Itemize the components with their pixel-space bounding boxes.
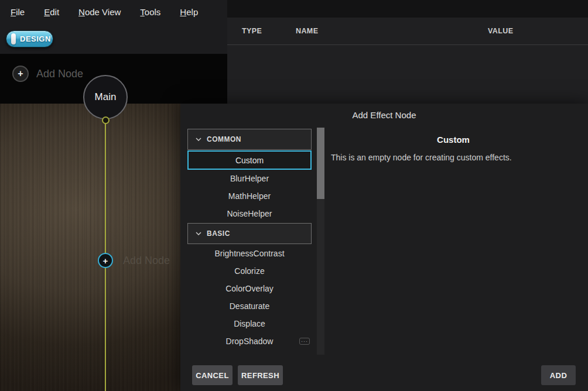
plus-icon: + [98, 253, 113, 268]
main-node[interactable]: Main [83, 75, 128, 119]
effect-item[interactable]: Displace [187, 315, 312, 332]
toolbar: DESIGN [0, 23, 227, 54]
section-header-common[interactable]: COMMON [187, 129, 312, 150]
dialog-title: Add Effect Node [180, 110, 588, 120]
add-node-label: Add Node [123, 255, 170, 267]
properties-table-header: TYPE NAME VALUE [227, 18, 588, 45]
toggle-knob-icon [11, 33, 16, 44]
menu-node-view[interactable]: Node View [78, 7, 121, 17]
plus-icon: + [12, 66, 29, 82]
effect-list-scrollbar[interactable] [317, 128, 324, 355]
column-header-name: NAME [296, 27, 318, 35]
menu-file[interactable]: File [11, 7, 25, 17]
effect-type-list: COMMON Custom BlurHelper MathHelper Nois… [187, 129, 312, 350]
effect-item[interactable]: BrightnessContrast [187, 245, 312, 262]
add-node-label: Add Node [36, 68, 83, 80]
application-window: File Edit Node View Tools Help DESIGN [0, 0, 588, 391]
effect-detail-heading: Custom [331, 135, 576, 145]
effect-item[interactable]: Colorize [187, 262, 312, 280]
main-node-output-port[interactable] [102, 116, 110, 124]
menu-help[interactable]: Help [180, 7, 198, 17]
menu-bar: File Edit Node View Tools Help [0, 0, 227, 23]
section-label: BASIC [207, 229, 230, 238]
main-node-label: Main [95, 91, 117, 103]
effect-item[interactable]: DropShadow ··· [187, 332, 312, 350]
properties-panel-top-strip [227, 0, 588, 18]
chevron-down-icon [196, 232, 201, 235]
menu-edit[interactable]: Edit [44, 7, 59, 17]
effect-item-label: DropShadow [226, 337, 274, 346]
effect-item-selected[interactable]: Custom [187, 150, 312, 170]
chevron-down-icon [196, 138, 201, 141]
design-mode-toggle[interactable]: DESIGN [6, 30, 53, 47]
add-effect-node-dialog: Add Effect Node COMMON Custom BlurHelper… [180, 104, 588, 391]
effect-item[interactable]: MathHelper [187, 187, 312, 205]
add-node-button-insert[interactable]: + Add Node [98, 253, 170, 268]
column-header-type: TYPE [242, 27, 262, 35]
effect-item[interactable]: NoiseHelper [187, 205, 312, 222]
scrollbar-thumb[interactable] [317, 128, 324, 199]
effect-detail-description: This is an empty node for creating custo… [331, 153, 579, 162]
effect-item[interactable]: BlurHelper [187, 170, 312, 187]
section-header-basic[interactable]: BASIC [187, 223, 312, 244]
effect-item[interactable]: ColorOverlay [187, 280, 312, 297]
add-button[interactable]: ADD [541, 365, 576, 385]
design-toggle-label: DESIGN [20, 35, 51, 43]
ellipsis-icon[interactable]: ··· [299, 338, 310, 345]
effect-item[interactable]: Desaturate [187, 297, 312, 315]
section-label: COMMON [207, 135, 241, 143]
column-header-value: VALUE [488, 27, 513, 35]
add-node-button-top[interactable]: + Add Node [12, 66, 83, 82]
menu-tools[interactable]: Tools [140, 7, 160, 17]
cancel-button[interactable]: CANCEL [192, 365, 233, 385]
refresh-button[interactable]: REFRESH [238, 365, 283, 385]
